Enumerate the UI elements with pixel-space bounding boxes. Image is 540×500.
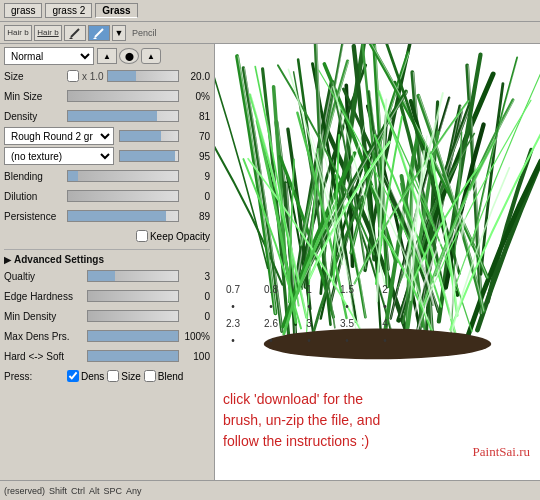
dropdown-arrow[interactable]: ▼ — [112, 25, 126, 41]
hard-soft-label: Hard <-> Soft — [4, 351, 84, 362]
max-dens-value: 100% — [182, 331, 210, 342]
num-row-2: 2.3 2.6 3 3.5 4 — [223, 318, 532, 329]
watermark-text: PaintSai.ru — [473, 444, 530, 460]
tab-grass2[interactable]: grass 2 — [45, 3, 92, 18]
keep-opacity-label[interactable]: Keep Opacity — [136, 230, 210, 242]
max-dens-row: Max Dens Prs. 100% — [4, 327, 210, 345]
num-4: 4 — [375, 318, 395, 329]
shape-btn-3[interactable]: ▲ — [141, 48, 161, 64]
advanced-icon: ▶ — [4, 255, 11, 265]
status-bar: (reserved) Shift Ctrl Alt SPC Any — [0, 480, 540, 500]
canvas-area: 0.7 0.8 1 1.5 2 • • • • • 2.3 2.6 3 3.5 … — [215, 44, 540, 480]
press-blend-checkbox[interactable] — [144, 370, 156, 382]
status-ctrl: Ctrl — [71, 486, 85, 496]
blend-mode-select[interactable]: Normal Multiply Screen — [4, 47, 94, 65]
num-0-7: 0.7 — [223, 284, 243, 295]
dot-2: • — [261, 301, 281, 312]
dot-1: • — [223, 301, 243, 312]
svg-marker-1 — [69, 37, 73, 39]
brush-icon-selected[interactable] — [88, 25, 110, 41]
brush-icon-2[interactable]: Hair b — [34, 25, 62, 41]
dot-8: • — [299, 335, 319, 346]
instruction-line3: follow the instructions :) — [223, 433, 369, 449]
press-dens-label[interactable]: Dens — [67, 370, 104, 382]
brush-type-value: 70 — [182, 131, 210, 142]
divider-1 — [4, 249, 210, 250]
press-size-text: Size — [121, 371, 140, 382]
dilution-row: Dilution 0 — [4, 187, 210, 205]
texture-row: (no texture) Canvas Rough 95 — [4, 147, 210, 165]
num-2-6: 2.6 — [261, 318, 281, 329]
status-reserved: (reserved) — [4, 486, 45, 496]
keep-opacity-text: Keep Opacity — [150, 231, 210, 242]
press-blend-label[interactable]: Blend — [144, 370, 184, 382]
density-value: 81 — [182, 111, 210, 122]
press-dens-text: Dens — [81, 371, 104, 382]
blending-label: Blending — [4, 171, 64, 182]
edge-hardness-label: Edge Hardness — [4, 291, 84, 302]
brush-type-select[interactable]: Rough Round 2 gr Flat Round — [4, 127, 114, 145]
svg-line-2 — [95, 29, 103, 37]
quality-row: Qualtiy 3 — [4, 267, 210, 285]
density-row: Density 81 — [4, 107, 210, 125]
keep-opacity-checkbox[interactable] — [136, 230, 148, 242]
quality-label: Qualtiy — [4, 271, 84, 282]
brush-icon-1[interactable]: Hair b — [4, 25, 32, 41]
num-row-dots-1: • • • • • — [223, 301, 532, 312]
dot-9: • — [337, 335, 357, 346]
status-spc: SPC — [104, 486, 123, 496]
press-label: Press: — [4, 371, 64, 382]
status-shift: Shift — [49, 486, 67, 496]
num-3-5: 3.5 — [337, 318, 357, 329]
shape-btn-2[interactable]: ⬤ — [119, 48, 139, 64]
tab-grass3[interactable]: Grass — [95, 3, 137, 18]
brush-icon-toolbar: Hair b Hair b ▼ Pencil — [0, 22, 540, 44]
num-row-dots-2: • • • • • — [223, 335, 532, 346]
keep-opacity-row: Keep Opacity — [4, 227, 210, 245]
instruction-area: click 'download' for the brush, un-zip t… — [215, 360, 540, 480]
brush-icon-pencil[interactable] — [64, 25, 86, 41]
density-label: Density — [4, 111, 64, 122]
texture-value: 95 — [182, 151, 210, 162]
persistence-label: Persistence — [4, 211, 64, 222]
size-row: Size x 1.0 20.0 — [4, 67, 210, 85]
persistence-row: Persistence 89 — [4, 207, 210, 225]
press-row: Press: Dens Size Blend — [4, 367, 210, 385]
dot-5: • — [375, 301, 395, 312]
shape-btn-1[interactable]: ▲ — [97, 48, 117, 64]
hard-soft-row: Hard <-> Soft 100 — [4, 347, 210, 365]
blending-row: Blending 9 — [4, 167, 210, 185]
max-dens-label: Max Dens Prs. — [4, 331, 84, 342]
num-1-5: 1.5 — [337, 284, 357, 295]
status-alt: Alt — [89, 486, 100, 496]
instruction-line2: brush, un-zip the file, and — [223, 412, 380, 428]
size-checkbox[interactable] — [67, 70, 79, 82]
quality-value: 3 — [182, 271, 210, 282]
instruction-line1: click 'download' for the — [223, 391, 363, 407]
press-size-label[interactable]: Size — [107, 370, 140, 382]
dot-4: • — [337, 301, 357, 312]
status-any: Any — [126, 486, 142, 496]
size-multiplier: x 1.0 — [82, 71, 104, 82]
edge-hardness-value: 0 — [182, 291, 210, 302]
brush-type-row: Rough Round 2 gr Flat Round 70 — [4, 127, 210, 145]
dilution-value: 0 — [182, 191, 210, 202]
press-size-checkbox[interactable] — [107, 370, 119, 382]
min-size-row: Min Size 0% — [4, 87, 210, 105]
pencil-label: Pencil — [132, 28, 157, 38]
dot-6: • — [223, 335, 243, 346]
size-label: Size — [4, 71, 64, 82]
number-grid: 0.7 0.8 1 1.5 2 • • • • • 2.3 2.6 3 3.5 … — [215, 280, 540, 350]
instruction-text: click 'download' for the brush, un-zip t… — [223, 389, 380, 452]
press-dens-checkbox[interactable] — [67, 370, 79, 382]
min-density-value: 0 — [182, 311, 210, 322]
persistence-value: 89 — [182, 211, 210, 222]
num-3: 3 — [299, 318, 319, 329]
svg-line-0 — [71, 29, 79, 37]
tab-grass[interactable]: grass — [4, 3, 42, 18]
blend-mode-row: Normal Multiply Screen ▲ ⬤ ▲ — [4, 47, 210, 65]
dot-7: • — [261, 335, 281, 346]
advanced-label: Advanced Settings — [14, 254, 104, 265]
num-1: 1 — [299, 284, 319, 295]
texture-select[interactable]: (no texture) Canvas Rough — [4, 147, 114, 165]
